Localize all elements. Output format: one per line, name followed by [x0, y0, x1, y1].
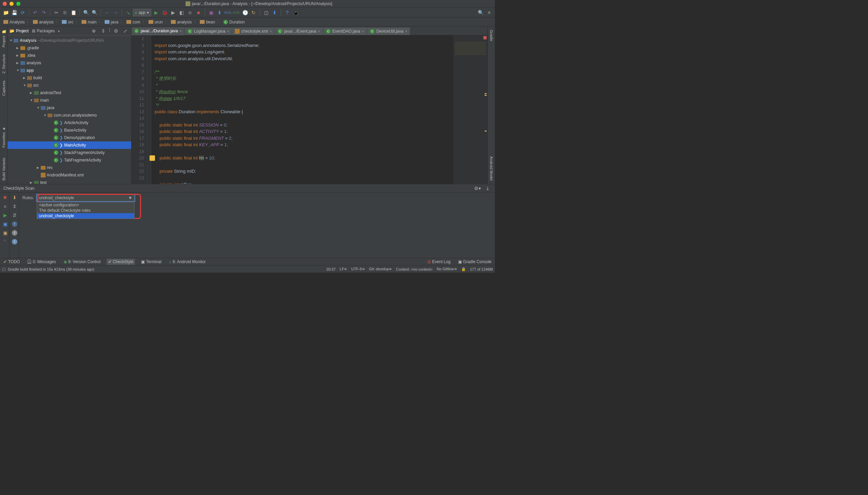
breadcrumb-item[interactable]: src [60, 20, 75, 24]
git-branch[interactable]: Git: develop≑ [369, 267, 392, 271]
undo-icon[interactable]: ↶ [32, 9, 39, 16]
warning-filter-button[interactable]: ! [12, 230, 17, 236]
rules-option[interactable]: <active configuration> [37, 202, 134, 208]
tree-item[interactable]: C ❯ DemoApplication [7, 134, 131, 141]
editor-tab[interactable]: CEventDAO.java× [323, 28, 367, 35]
tree-root[interactable]: ▼Analysis ~/Develop/Android/Projects/URU… [7, 37, 131, 44]
tool-captures[interactable]: Captures [2, 81, 6, 96]
status-icon[interactable]: ▢ [2, 267, 7, 272]
cut-icon[interactable]: ✂ [53, 9, 60, 16]
tab-gradle-console[interactable]: ▣ Gradle Console [457, 259, 493, 265]
vcs-revert-icon[interactable]: ↻ [250, 9, 257, 16]
editor-tab[interactable]: checkstyle.xml× [232, 28, 275, 35]
gitflow[interactable]: No Gitflow≑ [437, 267, 457, 271]
close-icon[interactable]: × [405, 29, 407, 33]
tree-item[interactable]: ▶build [7, 74, 131, 82]
context[interactable]: Context: <no context> [396, 267, 433, 271]
breadcrumb-item[interactable]: bean [198, 20, 216, 24]
stop-scan-button[interactable]: ■ [1, 203, 9, 210]
tool-favorites[interactable]: Favorites★ [1, 126, 6, 148]
tool-gradle[interactable]: Gradle [489, 30, 493, 41]
tree-item[interactable]: ▶analysis [7, 59, 131, 67]
tree-item[interactable]: ▶.gradle [7, 44, 131, 52]
editor-tab[interactable]: Cjava/.../Event.java× [275, 28, 323, 35]
tree-item[interactable]: ▶.idea [7, 52, 131, 59]
close-icon[interactable]: × [179, 29, 181, 33]
profile-icon[interactable]: ◧ [178, 9, 185, 16]
rules-option[interactable]: undroid_checkstyle [37, 213, 134, 219]
tool-build-variants[interactable]: Build Variants [2, 158, 6, 181]
error-indicator-icon[interactable] [483, 36, 487, 39]
vcs-commit-icon[interactable]: VCS↑ [233, 9, 240, 16]
module-scan-button[interactable]: ▣ [1, 220, 9, 228]
breadcrumb-item[interactable]: CDuration [222, 20, 246, 24]
lock-icon[interactable]: 🔒 [461, 267, 466, 271]
error-filter-button[interactable]: ! [12, 221, 17, 227]
paste-icon[interactable]: 📋 [70, 9, 77, 16]
tool-project[interactable]: Project📁 [1, 30, 6, 47]
tab-vcs[interactable]: ◉ 9: Version Control [62, 259, 102, 265]
line-separator[interactable]: LF≑ [340, 267, 347, 271]
breadcrumb-item[interactable]: java [103, 20, 120, 24]
code-editor[interactable]: import com.google.gson.annotations.Seria… [151, 35, 453, 184]
stop-icon[interactable]: ■ [195, 9, 202, 16]
tree-item[interactable]: ▼app [7, 67, 131, 74]
open-icon[interactable]: 📁 [2, 9, 10, 16]
menu-icon[interactable]: ≡ [485, 9, 493, 16]
tab-checkstyle[interactable]: ✔ CheckStyle [107, 259, 135, 265]
rules-dropdown-button[interactable]: undroid_checkstyle▼ [37, 194, 135, 201]
target-icon[interactable]: ⊕ [90, 27, 98, 35]
minimap[interactable] [453, 35, 487, 184]
run-icon[interactable]: ▶ [152, 9, 160, 16]
tab-todo[interactable]: ✔TODO [2, 259, 21, 265]
tree-item[interactable]: C ❯ StackFragmentActivity [7, 149, 131, 156]
tab-event-log[interactable]: ⊟ Event Log [426, 259, 452, 265]
search-everywhere-icon[interactable]: 🔍 [477, 9, 484, 16]
project-tree[interactable]: ▼Analysis ~/Develop/Android/Projects/URU… [7, 35, 131, 184]
tree-item[interactable]: ▼main [7, 97, 131, 104]
tree-item[interactable]: ▶androidTest [7, 89, 131, 97]
breadcrumb-item[interactable]: urun [147, 20, 164, 24]
tree-item[interactable]: ▼src [7, 82, 131, 89]
editor-gutter[interactable]: 234567891011121314151617181920212223 [132, 35, 148, 184]
minimize-window[interactable] [10, 2, 14, 6]
tree-item[interactable]: ▶test [7, 179, 131, 184]
play-button[interactable]: ▶ [1, 211, 9, 219]
close-button[interactable]: ✖ [1, 194, 9, 201]
info-filter-button[interactable]: ! [12, 239, 17, 244]
redo-icon[interactable]: ↷ [40, 9, 48, 16]
tree-item[interactable]: ▼com.urun.analysisdemo [7, 112, 131, 119]
close-icon[interactable]: × [270, 29, 272, 33]
rules-dropdown[interactable]: undroid_checkstyle▼ <active configuratio… [37, 194, 135, 201]
gear-icon[interactable]: ⚙ [112, 27, 120, 35]
collapse-icon[interactable]: ⇕ [100, 27, 107, 35]
tree-item[interactable]: C ❯ TabFragmentActivity [7, 156, 131, 164]
coverage-icon[interactable]: ▶ [169, 9, 177, 16]
save-icon[interactable]: 💾 [11, 9, 18, 16]
tool-structure[interactable]: Z: Structure [2, 54, 6, 73]
attach-icon[interactable]: ⎋ [186, 9, 194, 16]
fold-gutter[interactable] [148, 35, 151, 184]
close-icon[interactable]: × [227, 29, 229, 33]
replace-icon[interactable]: 🔍 [91, 9, 98, 16]
close-icon[interactable]: × [318, 29, 320, 33]
make-icon[interactable]: ↘ [124, 9, 132, 16]
intention-bulb-icon[interactable] [150, 155, 155, 161]
tree-item-selected[interactable]: C ❯ MainActivity [7, 141, 131, 149]
memory-indicator[interactable]: 177 of 1246M [470, 267, 493, 271]
encoding[interactable]: UTF-8≑ [351, 267, 365, 271]
gear-icon[interactable]: ⚙▾ [474, 185, 481, 192]
tab-android-monitor[interactable]: ⍋ 6: Android Monitor [168, 259, 207, 265]
tree-item[interactable]: ▶res [7, 164, 131, 171]
editor-tab[interactable]: CDeviceUtil.java× [367, 28, 410, 35]
avd-icon[interactable]: ▣ [207, 9, 215, 16]
sdk-icon[interactable]: ⬇ [216, 9, 223, 16]
breadcrumb-item[interactable]: com [125, 20, 142, 24]
vcs-update-icon[interactable]: VCS↓ [224, 9, 232, 16]
breadcrumb-item[interactable]: analysis [32, 20, 55, 24]
tab-messages[interactable]: ⓘ 0: Messages [26, 258, 57, 265]
breadcrumb-item[interactable]: analysis [170, 20, 193, 24]
packages-tab[interactable]: ⊞ Packages [32, 29, 55, 33]
editor-tab[interactable]: CLogManager.java× [185, 28, 232, 35]
tab-terminal[interactable]: ▣ Terminal [140, 259, 163, 265]
